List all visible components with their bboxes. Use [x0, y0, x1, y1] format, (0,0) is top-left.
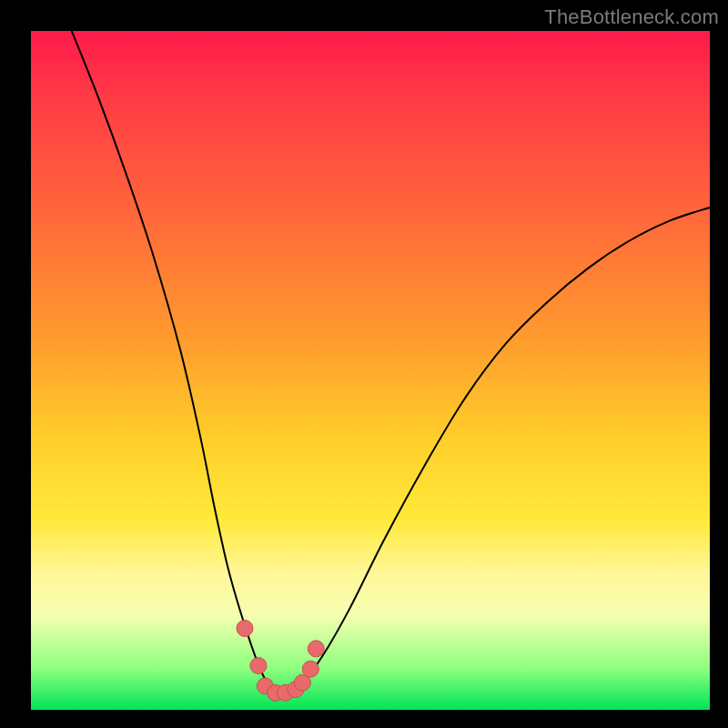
- bottleneck-curve: [72, 31, 710, 694]
- marker-dot: [308, 641, 324, 657]
- curve-path: [72, 31, 710, 694]
- marker-dot: [237, 620, 253, 636]
- chart-stage: TheBottleneck.com: [0, 0, 728, 728]
- chart-svg: [31, 31, 710, 710]
- marker-dot: [302, 661, 318, 677]
- watermark-text: TheBottleneck.com: [544, 5, 719, 29]
- marker-dot: [250, 658, 267, 674]
- highlight-markers: [237, 620, 324, 701]
